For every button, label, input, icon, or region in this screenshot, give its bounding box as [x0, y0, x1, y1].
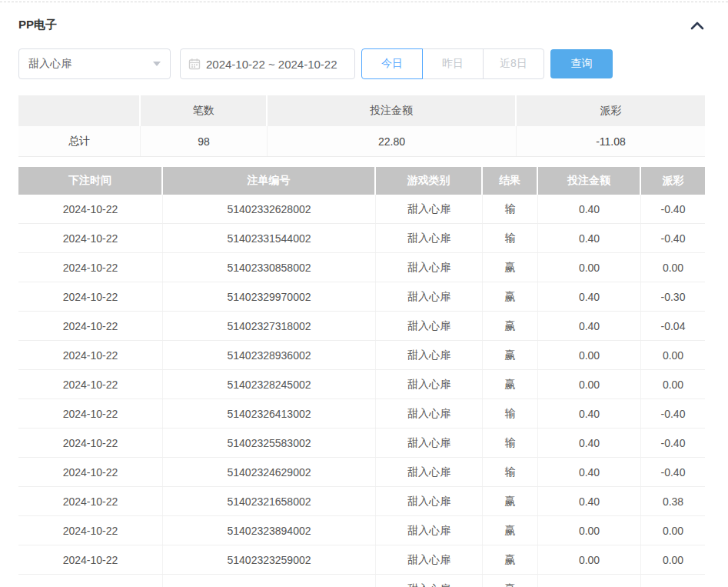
bet-time-cell: 2024-10-22 [18, 399, 163, 428]
result-cell: 赢 [483, 370, 538, 399]
section-header: PP电子 [18, 18, 705, 32]
bet-time-cell: 2024-10-22 [18, 312, 163, 340]
summary-total-count: 98 [141, 126, 268, 156]
order-number-cell: 51402330858002 [163, 253, 376, 282]
bet-time-cell: 2024-10-22 [18, 253, 163, 282]
filter-bar: 甜入心扉 2024-10-22 ~ 2024-10-22 今 [18, 48, 728, 79]
header-bet-time: 下注时间 [18, 167, 163, 195]
bet-amount-cell: 0.00 [538, 545, 641, 574]
yesterday-button[interactable]: 昨日 [422, 48, 484, 79]
bet-time-cell: 2024-10-22 [18, 516, 163, 545]
bet-time-cell: 2024-10-22 [18, 370, 163, 399]
summary-header-count: 笔数 [141, 95, 268, 126]
bet-amount-cell: 0.40 [538, 429, 641, 457]
order-number-cell: 51402331544002 [163, 224, 376, 252]
last-8-days-button[interactable]: 近8日 [483, 48, 544, 79]
summary-header-blank [18, 95, 141, 126]
table-row: 2024-10-2251402323894002甜入心扉赢0.000.00 [18, 516, 705, 545]
summary-total-bet-amount: 22.80 [268, 126, 517, 156]
game-type-cell: 甜入心扉 [376, 341, 483, 369]
quick-date-group: 今日 昨日 近8日 [361, 48, 544, 79]
order-number-cell: 51402327318002 [163, 312, 376, 340]
table-row: 2024-10-2251402330858002甜入心扉赢0.000.00 [18, 253, 705, 282]
date-range-value: 2024-10-22 ~ 2024-10-22 [206, 58, 337, 71]
game-type-cell: 甜入心扉 [376, 458, 483, 486]
collapse-chevron-icon[interactable] [690, 20, 705, 31]
order-number-cell: 51402328936002 [163, 341, 376, 369]
table-row: 2024-10-2251402326413002甜入心扉输0.40-0.40 [18, 399, 705, 429]
result-cell: 输 [483, 458, 538, 486]
payout-cell: 0.38 [641, 487, 705, 515]
payout-cell: -0.40 [641, 399, 705, 428]
bet-amount-cell: 0.00 [538, 341, 641, 369]
payout-cell: 0.00 [641, 545, 705, 574]
chevron-up-icon [690, 20, 705, 31]
order-number-cell: 51402326413002 [163, 399, 376, 428]
payout-cell: 0.00 [641, 516, 705, 545]
today-button[interactable]: 今日 [361, 48, 423, 79]
result-cell: 赢 [483, 487, 538, 515]
payout-cell [641, 575, 705, 587]
payout-cell: 0.00 [641, 341, 705, 369]
bet-time-cell: 2024-10-22 [18, 429, 163, 457]
bet-time-cell: 2024-10-22 [18, 195, 163, 223]
header-order-number: 注单编号 [163, 167, 376, 195]
bet-amount-cell: 0.40 [538, 487, 641, 515]
game-select[interactable]: 甜入心扉 [18, 48, 171, 79]
order-number-cell: 51402332628002 [163, 195, 376, 223]
bet-amount-cell: 0.40 [538, 195, 641, 223]
bet-amount-cell: 0.40 [538, 399, 641, 428]
game-type-cell: 甜入心扉 [376, 312, 483, 340]
game-type-cell: 甜入心扉 [376, 575, 483, 587]
game-type-cell: 甜入心扉 [376, 224, 483, 252]
bet-time-cell: 2024-10-22 [18, 458, 163, 486]
table-row: 2024-10-2251402327318002甜入心扉赢0.40-0.04 [18, 312, 705, 341]
bet-time-cell: 2024-10-22 [18, 487, 163, 515]
header-game-type: 游戏类别 [376, 167, 483, 195]
payout-cell: -0.30 [641, 282, 705, 311]
result-cell: 赢 [483, 545, 538, 574]
result-cell: 赢 [483, 516, 538, 545]
order-number-cell [163, 575, 376, 587]
bet-amount-cell: 0.40 [538, 224, 641, 252]
header-payout: 派彩 [641, 167, 705, 195]
bet-amount-cell: 0.40 [538, 312, 641, 340]
bet-time-cell [18, 575, 163, 587]
table-row: 2024-10-2251402329970002甜入心扉赢0.40-0.30 [18, 282, 705, 312]
summary-header-bet-amount: 投注金额 [268, 95, 517, 126]
order-number-cell: 51402323894002 [163, 516, 376, 545]
game-type-cell: 甜入心扉 [376, 253, 483, 282]
query-button[interactable]: 查询 [550, 49, 613, 78]
bet-time-cell: 2024-10-22 [18, 224, 163, 252]
header-bet-amount: 投注金额 [538, 167, 641, 195]
payout-cell: 0.00 [641, 253, 705, 282]
game-type-cell: 甜入心扉 [376, 195, 483, 223]
bets-table: 下注时间 注单编号 游戏类别 结果 投注金额 派彩 2024-10-225140… [18, 167, 705, 587]
page-title: PP电子 [18, 18, 57, 32]
result-cell: 赢 [483, 253, 538, 282]
payout-cell: -0.40 [641, 429, 705, 457]
bet-time-cell: 2024-10-22 [18, 545, 163, 574]
summary-total-row: 总计 98 22.80 -11.08 [18, 126, 705, 157]
game-select-value: 甜入心扉 [28, 57, 71, 71]
payout-cell: -0.40 [641, 224, 705, 252]
payout-cell: 0.00 [641, 370, 705, 399]
table-row: 2024-10-2251402332628002甜入心扉输0.40-0.40 [18, 195, 705, 224]
bet-amount-cell: 0.00 [538, 253, 641, 282]
result-cell: 输 [483, 195, 538, 223]
bet-time-cell: 2024-10-22 [18, 282, 163, 311]
order-number-cell: 51402325583002 [163, 429, 376, 457]
table-row: 2024-10-2251402321658002甜入心扉赢0.400.38 [18, 487, 705, 516]
date-range-picker[interactable]: 2024-10-22 ~ 2024-10-22 [180, 48, 355, 79]
result-cell: 赢 [483, 341, 538, 369]
result-cell: 赢 [483, 312, 538, 340]
result-cell: 输 [483, 224, 538, 252]
table-row: 2024-10-2251402324629002甜入心扉输0.40-0.40 [18, 458, 705, 487]
game-type-cell: 甜入心扉 [376, 429, 483, 457]
bets-table-header: 下注时间 注单编号 游戏类别 结果 投注金额 派彩 [18, 167, 705, 195]
summary-total-label: 总计 [18, 126, 141, 156]
game-type-cell: 甜入心扉 [376, 399, 483, 428]
order-number-cell: 51402328245002 [163, 370, 376, 399]
result-cell: 赢 [483, 282, 538, 311]
bet-amount-cell: 0.00 [538, 516, 641, 545]
